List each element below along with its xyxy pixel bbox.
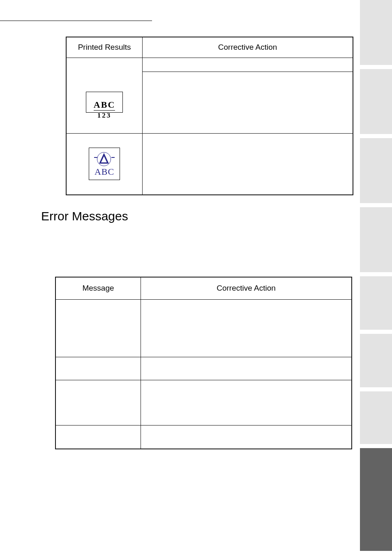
corrective-action-cell: [141, 357, 352, 380]
side-tab: [360, 138, 392, 203]
error-messages-table: Message Corrective Action: [55, 277, 352, 449]
printed-results-table: Printed Results Corrective Action ABC 12…: [66, 37, 353, 195]
side-tab: [360, 391, 392, 444]
sample-label-abc: ABC: [94, 99, 115, 110]
table-row: ABC 123 123: [66, 58, 353, 72]
side-tab-active: [360, 448, 392, 551]
section-heading-error-messages: Error Messages: [41, 209, 357, 223]
corrective-action-cell: [143, 58, 353, 72]
table-row: [55, 425, 352, 449]
col-header-corrective-action: Corrective Action: [143, 37, 353, 58]
sample-print-box-glyph: ABC: [89, 148, 120, 180]
message-cell: [55, 425, 141, 449]
message-cell: [55, 299, 141, 357]
corrective-action-cell: [141, 299, 352, 357]
side-tabs: [360, 0, 392, 555]
printed-results-cell: ABC 123 123: [66, 58, 143, 133]
caret-circle-icon: [94, 151, 115, 168]
message-cell: [55, 357, 141, 380]
table-row: [55, 357, 352, 380]
printed-results-cell: ABC: [66, 133, 143, 195]
col-header-message: Message: [55, 277, 141, 299]
truncation-line: [94, 110, 115, 111]
side-tab: [360, 0, 392, 65]
table-row: ABC: [66, 133, 353, 195]
sample-label-abc: ABC: [94, 167, 115, 176]
table-header-row: Printed Results Corrective Action: [66, 37, 353, 58]
side-tab: [360, 334, 392, 387]
corrective-action-cell: [141, 425, 352, 449]
corrective-action-cell: [143, 72, 353, 133]
corrective-action-cell: [143, 133, 353, 195]
col-header-corrective-action: Corrective Action: [141, 277, 352, 299]
message-cell: [55, 380, 141, 425]
sample-print-box-truncated: ABC 123: [86, 92, 123, 113]
side-tab: [360, 276, 392, 330]
side-tab: [360, 69, 392, 134]
table-header-row: Message Corrective Action: [55, 277, 352, 299]
page-body: Printed Results Corrective Action ABC 12…: [0, 0, 357, 555]
col-header-printed-results: Printed Results: [66, 37, 143, 58]
table-row: [55, 299, 352, 357]
sample-label-123-visible: 123: [70, 111, 139, 120]
header-rule: [0, 21, 152, 21]
table-row: [55, 380, 352, 425]
side-tab: [360, 207, 392, 272]
corrective-action-cell: [141, 380, 352, 425]
